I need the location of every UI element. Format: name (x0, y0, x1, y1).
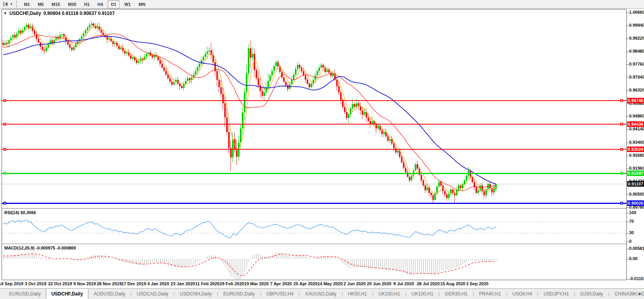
level-price-tag: 0.91697 (627, 171, 644, 176)
date-axis-label: 14 May 2020 (317, 281, 342, 286)
axis-tick-mark (627, 242, 629, 242)
axis-tick-mark (627, 90, 629, 91)
axis-tick-mark (627, 207, 629, 208)
axis-tick-mark (627, 51, 629, 52)
chart-tab-usdchf-daily[interactable]: USDCHF,Daily (46, 289, 89, 299)
price-axis-tick: 0.97760 (629, 62, 644, 66)
date-axis-label: 17 Dec 2019 (121, 281, 146, 286)
price-axis-tick: 0.96320 (629, 88, 644, 92)
timeframe-button-m5[interactable]: M5 (35, 0, 47, 8)
timeframe-button-w1[interactable]: W1 (121, 0, 134, 8)
level-price-tag: 0.90026 (627, 200, 644, 206)
chart-tab-usdcad-daily[interactable]: USDCAD,Daily (132, 289, 174, 299)
axis-tick-mark (627, 259, 629, 259)
chart-tab-usoil-h4[interactable]: USOil,H4 (507, 289, 537, 299)
axis-tick-mark (627, 26, 629, 26)
level-price-tag: 0.94436 (627, 121, 644, 127)
date-axis-label: 9 Nov 2019 (73, 281, 96, 286)
axis-tick-mark (627, 279, 629, 279)
chart-tab-ger30-h1[interactable]: GER30,H1 (440, 289, 473, 299)
price-axis-tick: 0.94860 (629, 114, 644, 118)
chart-tab-audusd-daily[interactable]: AUDUSD,Daily (88, 289, 130, 299)
chart-tab-usdjpy-h1[interactable]: USDJPY,H1 (538, 289, 574, 299)
timeframe-button-h1[interactable]: H1 (81, 0, 93, 8)
price-axis-tick: 0.92680 (629, 153, 644, 158)
date-axis-label: 28 Nov 2019 (97, 281, 122, 286)
chart-tab-dj30-daily[interactable]: DJ30,Daily (575, 289, 608, 299)
timeframe-button-m15[interactable]: M15 (48, 0, 63, 8)
axis-tick-mark (627, 143, 629, 143)
axis-tick-mark (627, 39, 629, 39)
chart-tab-hk50-h1[interactable]: HK50,H1 (343, 289, 372, 299)
date-axis-label: 19 Mar 2020 (244, 281, 269, 286)
axis-tick-mark (627, 104, 629, 104)
price-axis-tick: 0.94140 (629, 127, 644, 131)
axis-tick-mark (627, 64, 629, 65)
date-axis-label: 2 Jun 2020 (344, 281, 366, 286)
macd-axis-tick: 0.00 (629, 256, 637, 261)
date-axis-label: 20 Jun 2020 (367, 281, 391, 286)
price-axis-tick: 0.97040 (629, 75, 644, 79)
price-axis-tick: 0.99220 (629, 36, 644, 40)
timeframe-button-d1[interactable]: D1 (108, 0, 119, 8)
axis-tick-mark (627, 249, 629, 249)
date-axis-label: 23 Jan 2020 (171, 281, 195, 286)
price-axis-tick: 0.99940 (629, 23, 644, 28)
rsi-axis-tick: 70 (629, 219, 634, 224)
axis-tick-mark (627, 194, 629, 195)
tab-scroll-left-icon[interactable]: ◄ (631, 292, 635, 296)
date-axis-label: 22 Oct 2019 (48, 281, 72, 286)
date-axis-label: 25 Apr 2020 (293, 281, 317, 286)
price-axis-tick: 1.00660 (629, 10, 644, 15)
chart-tab-eurusd-daily[interactable]: EURUSD,Daily (218, 289, 260, 299)
chart-type-dropdown-arrow[interactable]: ▼ (10, 2, 13, 6)
toolbar-grip (16, 1, 17, 7)
chart-tab-fra40-h1[interactable]: FRA40,H1 (474, 289, 506, 299)
macd-label: MACD(12,26,9) -0.000975 -0.000869 (4, 246, 76, 250)
timeframe-button-m1[interactable]: M1 (21, 0, 33, 8)
date-axis-label: 11 Feb 2020 (195, 281, 220, 286)
date-axis-label: 4 Jan 2020 (147, 281, 169, 286)
level-price-tag: 0.93024 (627, 147, 644, 152)
chart-title-ohlc: 0.90804 0.91118 0.90637 0.91107 (44, 11, 115, 16)
rsi-axis-tick: 0 (629, 239, 631, 244)
timeframe-button-h4[interactable]: H4 (94, 0, 106, 8)
date-axis-label: 9 Jul 2020 (393, 281, 414, 286)
axis-tick-mark (627, 156, 629, 156)
date-axis-label: 14 Sep 2019 (0, 281, 24, 286)
axis-tick-mark (627, 13, 629, 13)
date-axis: 14 Sep 20193 Oct 201922 Oct 20199 Nov 20… (0, 280, 644, 288)
current-price-tag: 0.91107 (627, 181, 644, 187)
price-chart-canvas[interactable] (2, 9, 626, 280)
timeframe-button-m30[interactable]: M30 (65, 0, 79, 8)
price-axis-tick: 0.91960 (629, 166, 644, 171)
rsi-axis-tick: 30 (629, 230, 634, 235)
chart-tab-uk100-h1[interactable]: UK100,H1 (373, 289, 405, 299)
tab-scroll-right-icon[interactable]: ► (638, 292, 642, 296)
timeframe-button-mn[interactable]: MN (135, 0, 148, 8)
level-price-tag: 0.95740 (627, 98, 644, 103)
axis-tick-mark (627, 169, 629, 169)
chart-tab-usdcnh-daily[interactable]: USDCNH,Daily (175, 289, 217, 299)
chart-title-dropdown-icon[interactable]: ▼ (4, 11, 7, 15)
chart-tab-xauusd-daily[interactable]: XAUUSD,Daily (300, 289, 342, 299)
chart-tab-uk100-h1[interactable]: UK100,H1 (406, 289, 438, 299)
timeframe-button-group: M1M5M15M30H1H4D1W1MN (20, 0, 149, 8)
date-axis-label: 15 Aug 2020 (440, 281, 465, 286)
macd-axis-tick: 0.005818 (629, 246, 644, 251)
rsi-axis-tick: 100 (629, 210, 636, 215)
candlestick-chart-icon[interactable] (2, 1, 9, 7)
axis-tick-mark (627, 233, 629, 233)
chart-window: ▼ USDCHF,Daily 0.90804 0.91118 0.90637 0… (2, 9, 627, 280)
date-axis-label: 7 Apr 2020 (270, 281, 292, 286)
price-axis-tick: 0.93400 (629, 140, 644, 145)
chart-tab-eurusd-daily[interactable]: EURUSD,Daily (4, 289, 46, 299)
chart-title[interactable]: ▼ USDCHF,Daily 0.90804 0.91118 0.90637 0… (4, 11, 115, 16)
axis-tick-mark (627, 213, 629, 213)
axis-tick-mark (627, 222, 629, 222)
date-axis-label: 29 Feb 2020 (220, 281, 244, 286)
top-toolbar: ▼ M1M5M15M30H1H4D1W1MN (0, 0, 644, 9)
rsi-label: RSI(14) 50.3066 (4, 210, 36, 215)
date-axis-label: 28 Jul 2020 (417, 281, 440, 286)
chart-tab-gbpusd-h4[interactable]: GBPUSD,H4 (261, 289, 298, 299)
